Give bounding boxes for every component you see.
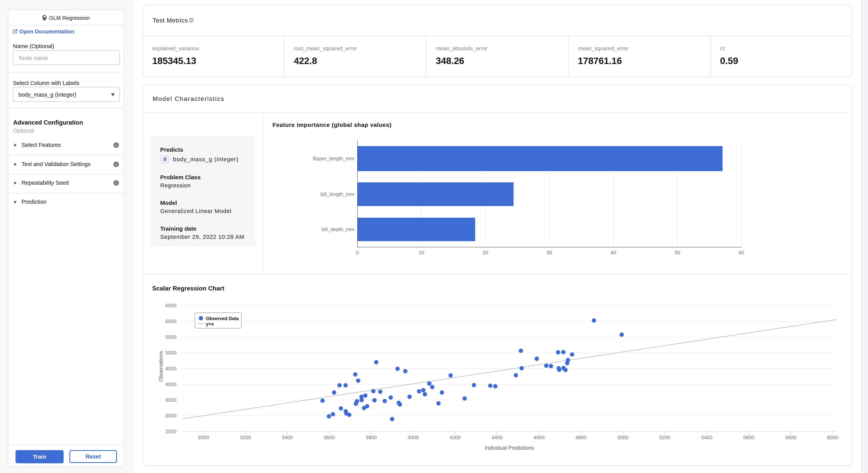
svg-text:bill_length_mm: bill_length_mm bbox=[320, 191, 354, 197]
svg-text:flipper_length_mm: flipper_length_mm bbox=[313, 156, 354, 161]
svg-text:6500: 6500 bbox=[165, 303, 177, 308]
svg-text:Observations: Observations bbox=[158, 351, 164, 382]
svg-text:3500: 3500 bbox=[165, 397, 177, 403]
svg-text:50: 50 bbox=[675, 250, 680, 256]
svg-text:4400: 4400 bbox=[491, 435, 503, 440]
svg-text:60: 60 bbox=[739, 250, 744, 256]
svg-text:5000: 5000 bbox=[165, 350, 177, 356]
svg-text:30: 30 bbox=[547, 250, 552, 256]
svg-text:5200: 5200 bbox=[659, 435, 671, 440]
svg-text:4200: 4200 bbox=[450, 435, 461, 440]
svg-text:6000: 6000 bbox=[827, 435, 838, 440]
svg-text:4000: 4000 bbox=[165, 381, 177, 387]
svg-text:5800: 5800 bbox=[785, 435, 796, 440]
svg-text:4600: 4600 bbox=[533, 435, 545, 440]
svg-text:bill_depth_mm: bill_depth_mm bbox=[321, 227, 354, 232]
svg-text:0: 0 bbox=[356, 250, 359, 256]
svg-text:3000: 3000 bbox=[198, 435, 209, 440]
svg-text:4000: 4000 bbox=[408, 435, 419, 440]
svg-text:5600: 5600 bbox=[743, 435, 754, 440]
svg-text:3200: 3200 bbox=[240, 435, 251, 440]
svg-text:y=x: y=x bbox=[206, 321, 214, 327]
svg-text:Individual Predictions: Individual Predictions bbox=[485, 445, 534, 451]
svg-text:5000: 5000 bbox=[617, 435, 628, 440]
svg-text:5500: 5500 bbox=[165, 334, 177, 340]
svg-text:5400: 5400 bbox=[701, 435, 712, 440]
svg-text:2500: 2500 bbox=[165, 428, 177, 434]
svg-text:4500: 4500 bbox=[165, 366, 177, 372]
svg-text:Observed Data: Observed Data bbox=[206, 316, 239, 321]
svg-text:3400: 3400 bbox=[282, 435, 293, 440]
svg-text:4800: 4800 bbox=[576, 435, 587, 440]
svg-text:10: 10 bbox=[419, 250, 424, 256]
svg-text:3000: 3000 bbox=[165, 413, 177, 419]
svg-text:3800: 3800 bbox=[366, 435, 377, 440]
svg-text:3600: 3600 bbox=[324, 435, 335, 440]
svg-text:20: 20 bbox=[483, 250, 488, 256]
svg-text:6000: 6000 bbox=[165, 318, 177, 324]
svg-text:40: 40 bbox=[611, 250, 616, 256]
